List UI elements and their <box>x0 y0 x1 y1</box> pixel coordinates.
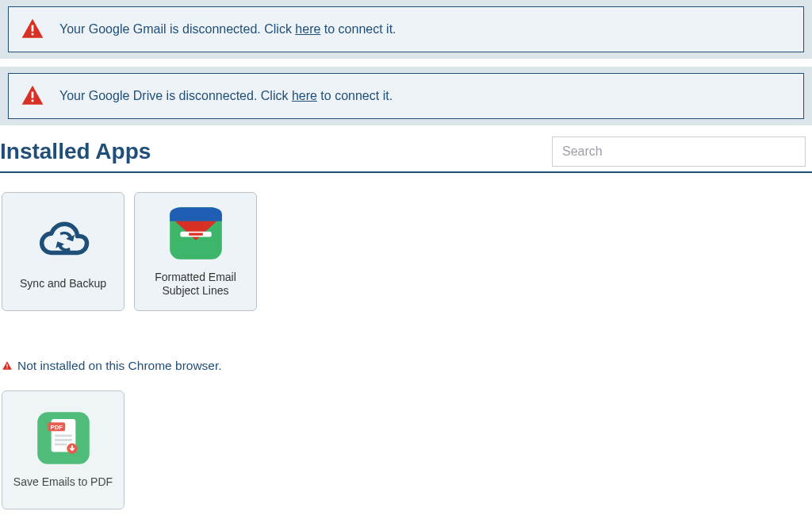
warning-triangle-icon <box>20 17 45 42</box>
alert-link[interactable]: here <box>292 89 317 102</box>
svg-text:PDF: PDF <box>50 424 63 431</box>
alert-drive: Your Google Drive is disconnected. Click… <box>8 73 804 119</box>
app-label: Formatted Email Subject Lines <box>143 271 248 298</box>
alert-text-suffix: to connect it. <box>320 22 396 36</box>
warning-triangle-icon <box>2 360 13 371</box>
app-label: Sync and Backup <box>20 277 106 291</box>
alert-text: Your Google Drive is disconnected. Click… <box>59 89 393 103</box>
formatted-email-icon <box>168 206 224 261</box>
svg-rect-10 <box>6 367 7 368</box>
svg-rect-2 <box>32 92 34 98</box>
search-input[interactable] <box>552 137 806 167</box>
app-card-formatted-email[interactable]: Formatted Email Subject Lines <box>134 192 257 311</box>
alert-text-prefix: Your Google Drive is disconnected. Click <box>59 89 292 102</box>
svg-rect-16 <box>55 439 72 441</box>
svg-rect-8 <box>189 233 203 235</box>
not-installed-text: Not installed on this Chrome browser. <box>17 359 222 373</box>
alert-container: Your Google Drive is disconnected. Click… <box>0 67 812 125</box>
svg-rect-9 <box>6 364 7 367</box>
svg-rect-6 <box>170 213 222 221</box>
cloud-sync-icon <box>36 212 91 267</box>
svg-rect-0 <box>32 25 34 32</box>
alert-text: Your Google Gmail is disconnected. Click… <box>59 22 396 37</box>
app-card-sync-backup[interactable]: Sync and Backup <box>2 192 124 311</box>
svg-rect-17 <box>55 444 67 446</box>
alert-gmail: Your Google Gmail is disconnected. Click… <box>8 6 804 52</box>
alert-link[interactable]: here <box>295 22 320 36</box>
page-title: Installed Apps <box>0 139 151 164</box>
warning-triangle-icon <box>20 83 45 109</box>
app-card-save-emails-pdf[interactable]: PDF Save Emails to PDF <box>2 390 124 510</box>
installed-apps-row: Sync and Backup Formatted Email Subject … <box>0 192 812 311</box>
alert-text-prefix: Your Google Gmail is disconnected. Click <box>59 22 295 36</box>
not-installed-warning: Not installed on this Chrome browser. <box>0 359 812 373</box>
svg-rect-3 <box>32 100 34 102</box>
pdf-file-icon: PDF <box>36 410 91 466</box>
alert-container: Your Google Gmail is disconnected. Click… <box>0 0 812 59</box>
svg-rect-1 <box>32 33 34 36</box>
svg-rect-15 <box>55 435 72 437</box>
alert-text-suffix: to connect it. <box>317 89 393 102</box>
header-row: Installed Apps <box>0 137 812 173</box>
app-label: Save Emails to PDF <box>13 475 113 490</box>
not-installed-apps-row: PDF Save Emails to PDF <box>0 390 812 510</box>
